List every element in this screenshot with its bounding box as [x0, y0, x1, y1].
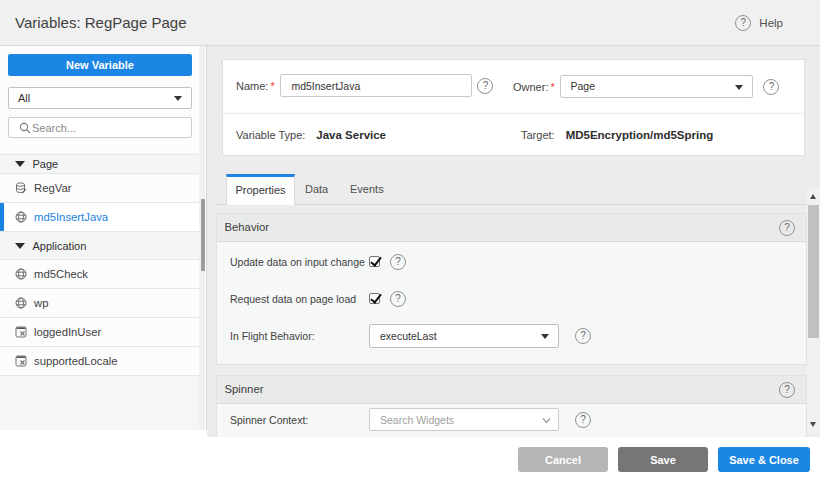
- behavior-section-header: Behavior ?: [217, 214, 806, 242]
- tree-item-md5insertjava[interactable]: md5InsertJava: [0, 203, 200, 232]
- spinner-context-input[interactable]: [370, 409, 535, 430]
- update-data-checkbox[interactable]: [369, 256, 380, 267]
- tabs: Properties Data Events: [216, 174, 807, 205]
- property-row-inflight: In Flight Behavior: executeLast ?: [217, 317, 806, 354]
- variable-searchbox: [8, 117, 192, 138]
- save-and-close-button[interactable]: Save & Close: [718, 447, 810, 472]
- help-button[interactable]: ? Help: [735, 0, 783, 45]
- variables-tree: Page RegVar md5InsertJava Application md…: [0, 154, 200, 376]
- cancel-button[interactable]: Cancel: [518, 447, 608, 472]
- name-help-icon[interactable]: ?: [477, 78, 493, 94]
- target-value: MD5Encryption/md5Spring: [566, 129, 714, 141]
- help-icon: ?: [735, 15, 751, 31]
- request-data-help-icon[interactable]: ?: [390, 291, 406, 307]
- static-variable-icon: [15, 355, 27, 367]
- name-label: Name:: [236, 80, 268, 92]
- inflight-help-icon[interactable]: ?: [575, 328, 591, 344]
- sidebar-empty-area: [0, 376, 200, 430]
- search-input[interactable]: [32, 118, 184, 137]
- spinner-context-help-icon[interactable]: ?: [575, 412, 591, 428]
- property-row-request-data: Request data on page load ?: [217, 280, 806, 317]
- variable-filter-value: All: [18, 92, 30, 104]
- sidebar-scrollbar-thumb[interactable]: [201, 199, 205, 271]
- required-marker: *: [270, 80, 276, 92]
- variable-filter-select[interactable]: All: [8, 87, 192, 109]
- collapse-caret-icon: [15, 243, 25, 249]
- chevron-down-icon: [542, 417, 551, 424]
- collapse-caret-icon: [15, 161, 25, 167]
- required-marker: *: [550, 81, 556, 93]
- dialog-footer: Cancel Save Save & Close: [0, 437, 820, 487]
- tab-properties[interactable]: Properties: [226, 174, 295, 205]
- behavior-section-body: Update data on input change ? Request da…: [217, 242, 806, 364]
- owner-help-icon[interactable]: ?: [763, 79, 779, 95]
- name-input[interactable]: [280, 74, 472, 97]
- search-icon: [19, 122, 31, 134]
- tree-item-wp[interactable]: wp: [0, 289, 200, 318]
- owner-value: Page: [570, 80, 595, 92]
- java-service-icon: [15, 268, 27, 280]
- variable-type-value: Java Service: [316, 129, 386, 141]
- spinner-context-combobox[interactable]: [369, 408, 559, 431]
- target-group: Target: MD5Encryption/md5Spring: [521, 114, 713, 156]
- sidebar-scrollbar[interactable]: [199, 46, 205, 430]
- behavior-help-icon[interactable]: ?: [779, 220, 795, 236]
- scroll-up-icon[interactable]: [810, 194, 816, 199]
- java-service-icon: [15, 211, 27, 223]
- type-target-row: Variable Type: Java Service Target: MD5E…: [223, 113, 804, 155]
- name-owner-row: Name: * ? Owner: * Page ?: [223, 60, 804, 111]
- update-data-help-icon[interactable]: ?: [390, 254, 406, 270]
- java-service-icon: [15, 297, 27, 309]
- new-variable-button[interactable]: New Variable: [8, 54, 192, 76]
- chevron-down-icon: [735, 85, 743, 90]
- chevron-down-icon: [174, 96, 182, 101]
- variable-type-label: Variable Type:: [236, 129, 305, 141]
- owner-select[interactable]: Page: [560, 75, 753, 98]
- scroll-down-icon[interactable]: [810, 422, 816, 427]
- dialog-title: Variables: RegPage Page: [15, 0, 187, 45]
- inflight-behavior-select[interactable]: executeLast: [369, 324, 559, 348]
- owner-group: Owner: * Page ?: [513, 60, 779, 113]
- behavior-section: Behavior ? Update data on input change ?…: [216, 213, 807, 365]
- tree-item-loggedinuser[interactable]: loggedInUser: [0, 318, 200, 347]
- target-label: Target:: [521, 129, 555, 141]
- request-data-checkbox[interactable]: [369, 293, 380, 304]
- owner-label: Owner:: [513, 81, 548, 93]
- spinner-help-icon[interactable]: ?: [779, 382, 795, 398]
- properties-scrollbar[interactable]: [807, 188, 820, 433]
- property-row-spinner-context: Spinner Context: ?: [217, 404, 806, 435]
- property-row-update-data: Update data on input change ?: [217, 243, 806, 280]
- spinner-section-header: Spinner ?: [217, 376, 806, 404]
- tree-section-application[interactable]: Application: [0, 232, 200, 260]
- tree-section-page[interactable]: Page: [0, 155, 200, 174]
- variable-detail-panel: Name: * ? Owner: * Page ? Variable Type:…: [207, 46, 820, 437]
- properties-scrollbar-thumb[interactable]: [808, 205, 819, 338]
- tab-events[interactable]: Events: [350, 174, 384, 204]
- chevron-down-icon: [541, 334, 549, 339]
- variables-sidebar: New Variable All Page RegVar md5InsertJa…: [0, 46, 207, 430]
- help-label: Help: [759, 17, 783, 29]
- tree-item-supportedlocale[interactable]: supportedLocale: [0, 347, 200, 376]
- tab-data[interactable]: Data: [305, 174, 328, 204]
- static-variable-icon: [15, 326, 27, 338]
- tree-item-regvar[interactable]: RegVar: [0, 174, 200, 203]
- titlebar: Variables: RegPage Page ? Help: [0, 0, 820, 46]
- service-variable-icon: [15, 182, 27, 194]
- variable-summary-card: Name: * ? Owner: * Page ? Variable Type:…: [222, 59, 805, 156]
- save-button[interactable]: Save: [618, 447, 708, 472]
- tree-item-md5check[interactable]: md5Check: [0, 260, 200, 289]
- variables-dialog: Variables: RegPage Page ? Help New Varia…: [0, 0, 820, 487]
